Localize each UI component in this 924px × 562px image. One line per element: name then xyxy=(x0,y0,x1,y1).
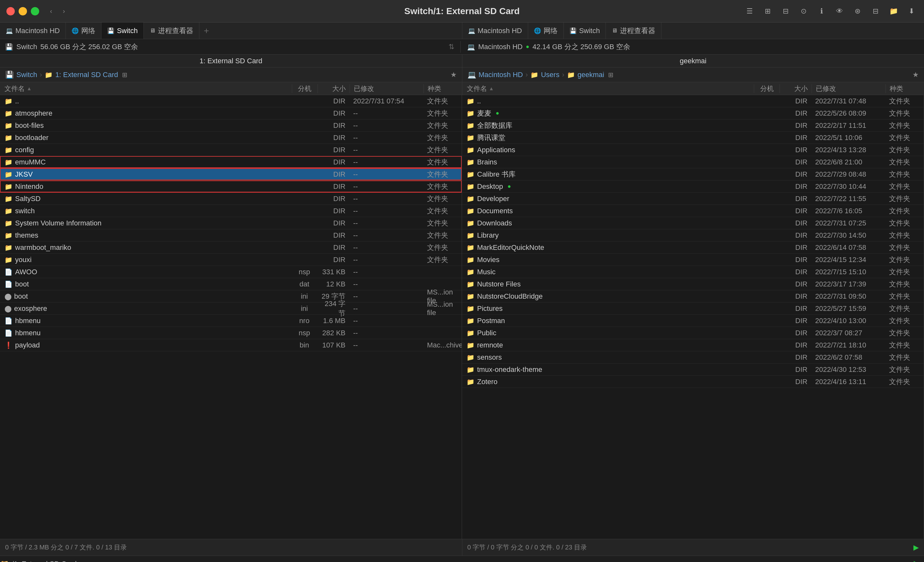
table-row[interactable]: 📁 NutstoreCloudBridge DIR 2022/7/31 09:5… xyxy=(462,290,924,302)
table-row[interactable]: 📁 atmosphere DIR -- 文件夹 xyxy=(0,107,462,119)
table-row[interactable]: 📁 Postman DIR 2022/4/10 13:00 文件夹 xyxy=(462,315,924,327)
table-row[interactable]: ⬤ exosphere ini 234 字节 -- MS...ion file xyxy=(0,302,462,315)
film-icon[interactable]: ⊛ xyxy=(852,5,864,17)
add-tab-left[interactable]: + xyxy=(200,23,213,39)
table-row[interactable]: 📄 AWOO nsp 331 KB -- xyxy=(0,266,462,278)
file-type: 文件夹 xyxy=(423,170,462,179)
col-ext-right[interactable]: 分机 xyxy=(754,84,780,93)
sync-button[interactable]: ⇅ xyxy=(446,41,457,53)
right-path-grid[interactable]: ⊞ xyxy=(608,71,614,79)
file-type: 文件夹 xyxy=(885,194,924,204)
table-row[interactable]: 📁 boot-files DIR -- 文件夹 xyxy=(0,119,462,132)
columns-view-icon[interactable]: ⊞ xyxy=(762,5,774,17)
table-row[interactable]: 📁 Documents DIR 2022/7/6 16:05 文件夹 xyxy=(462,205,924,217)
file-name: 📁 .. xyxy=(0,97,291,105)
table-row[interactable]: 📁 switch DIR -- 文件夹 xyxy=(0,205,462,217)
table-row[interactable]: 📁 Brains DIR 2022/6/8 21:00 文件夹 xyxy=(462,156,924,168)
table-row[interactable]: 📁 emuMMC DIR -- 文件夹 xyxy=(0,156,462,168)
table-row[interactable]: 📁 全部数据库 DIR 2022/2/17 11:51 文件夹 xyxy=(462,119,924,132)
table-row[interactable]: 📁 youxi DIR -- 文件夹 xyxy=(0,254,462,266)
close-button[interactable] xyxy=(6,7,15,15)
table-row[interactable]: 📁 tmux-onedark-theme DIR 2022/4/30 12:53… xyxy=(462,364,924,376)
table-row[interactable]: 📁 Music DIR 2022/7/15 15:10 文件夹 xyxy=(462,266,924,278)
col-name-right[interactable]: 文件名 ▲ xyxy=(462,84,754,93)
table-row[interactable]: 📁 腾讯课堂 DIR 2022/5/1 10:06 文件夹 xyxy=(462,132,924,144)
table-row[interactable]: 📁 Nintendo DIR -- 文件夹 xyxy=(0,180,462,193)
toggle-icon[interactable]: ⊙ xyxy=(798,5,810,17)
col-type-right[interactable]: 种类 xyxy=(885,84,924,93)
download-icon[interactable]: ⬇ xyxy=(905,5,918,17)
forward-button[interactable]: › xyxy=(58,6,69,17)
table-row[interactable]: 📁 bootloader DIR -- 文件夹 xyxy=(0,132,462,144)
grid-view-icon[interactable]: ⊟ xyxy=(780,5,792,17)
tab-left-process[interactable]: 🖥 进程查看器 xyxy=(144,23,200,39)
right-path-star[interactable]: ★ xyxy=(912,71,919,79)
back-button[interactable]: ‹ xyxy=(46,6,57,17)
table-row[interactable]: 📁 Calibre 书库 DIR 2022/7/29 08:48 文件夹 xyxy=(462,168,924,180)
table-row[interactable]: 📁 Developer DIR 2022/7/22 11:55 文件夹 xyxy=(462,193,924,205)
table-row[interactable]: 📁 warmboot_mariko DIR -- 文件夹 xyxy=(0,242,462,254)
table-row[interactable]: 📁 JKSV DIR -- 文件夹 xyxy=(0,168,462,180)
table-row[interactable]: 📁 SaltySD DIR -- 文件夹 xyxy=(0,193,462,205)
minimize-button[interactable] xyxy=(19,7,27,15)
file-size: DIR xyxy=(317,109,349,117)
tab-bar: 💻 Macintosh HD 🌐 网络 💾 Switch 🖥 进程查看器 + 💻… xyxy=(0,23,924,39)
table-row[interactable]: 📁 Library DIR 2022/7/30 14:50 文件夹 xyxy=(462,229,924,242)
file-name: 📄 AWOO xyxy=(0,268,291,276)
col-ext-left[interactable]: 分机 xyxy=(292,84,318,93)
tab-left-macintosh-hd[interactable]: 💻 Macintosh HD xyxy=(0,23,66,39)
file-size: 107 KB xyxy=(317,341,349,349)
table-row[interactable]: 📁 麦麦 ● DIR 2022/5/26 08:09 文件夹 xyxy=(462,107,924,119)
table-row[interactable]: 📄 hbmenu nro 1.6 MB -- xyxy=(0,315,462,327)
col-date-left[interactable]: 已修改 xyxy=(350,84,423,93)
tab-right-switch[interactable]: 💾 Switch xyxy=(564,23,606,39)
tab-right-network[interactable]: 🌐 网络 xyxy=(528,23,564,39)
col-type-left[interactable]: 种类 xyxy=(423,84,462,93)
table-row[interactable]: 📁 config DIR -- 文件夹 xyxy=(0,144,462,156)
table-row[interactable]: ❗ payload bin 107 KB -- Mac...chive xyxy=(0,339,462,351)
tab-right-macintosh-hd[interactable]: 💻 Macintosh HD xyxy=(462,23,528,39)
table-row[interactable]: 📁 System Volume Information DIR -- 文件夹 xyxy=(0,217,462,229)
folder-icon[interactable]: 📁 xyxy=(887,5,900,17)
table-row[interactable]: 📁 Nutstore Files DIR 2022/3/17 17:39 文件夹 xyxy=(462,278,924,290)
left-path-grid[interactable]: ⊞ xyxy=(122,71,128,79)
green-arrow-icon: ▶ xyxy=(914,559,921,562)
table-row[interactable]: 📁 sensors DIR 2022/6/2 07:58 文件夹 xyxy=(462,351,924,364)
table-row[interactable]: 📁 Applications DIR 2022/4/13 13:28 文件夹 xyxy=(462,144,924,156)
table-row[interactable]: ⬤ boot ini 29 字节 -- MS...ion file xyxy=(0,290,462,302)
file-type: 文件夹 xyxy=(885,340,924,350)
preview-icon[interactable]: 👁 xyxy=(834,5,846,17)
table-row[interactable]: 📁 Zotero DIR 2022/4/16 13:11 文件夹 xyxy=(462,376,924,388)
macintosh-hd-icon-r: 💻 xyxy=(468,27,475,35)
col-size-right[interactable]: 大小 xyxy=(780,84,812,93)
col-size-left[interactable]: 大小 xyxy=(318,84,350,93)
table-row[interactable]: 📁 Downloads DIR 2022/7/31 07:25 文件夹 xyxy=(462,217,924,229)
table-row[interactable]: 📁 .. DIR 2022/7/31 07:48 文件夹 xyxy=(462,95,924,107)
file-size: DIR xyxy=(779,207,811,215)
table-row[interactable]: 📁 Desktop ● DIR 2022/7/30 10:44 文件夹 xyxy=(462,180,924,193)
list-view-icon[interactable]: ☰ xyxy=(744,5,756,17)
file-size: DIR xyxy=(779,231,811,240)
table-row[interactable]: 📁 MarkEditorQuickNote DIR 2022/6/14 07:5… xyxy=(462,242,924,254)
left-path-star[interactable]: ★ xyxy=(450,71,457,79)
table-row[interactable]: 📁 remnote DIR 2022/7/21 18:10 文件夹 xyxy=(462,339,924,351)
table-row[interactable]: 📁 .. DIR 2022/7/31 07:54 文件夹 xyxy=(0,95,462,107)
maximize-button[interactable] xyxy=(31,7,39,15)
sidebar-icon[interactable]: ⊟ xyxy=(869,5,882,17)
table-row[interactable]: 📁 themes DIR -- 文件夹 xyxy=(0,229,462,242)
table-row[interactable]: 📁 Public DIR 2022/3/7 08:27 文件夹 xyxy=(462,327,924,339)
file-name: 📁 Music xyxy=(462,268,753,276)
file-type: 文件夹 xyxy=(423,182,462,191)
info-icon[interactable]: ℹ xyxy=(816,5,828,17)
table-row[interactable]: 📄 hbmenu nsp 282 KB -- xyxy=(0,327,462,339)
table-row[interactable]: 📁 Movies DIR 2022/4/15 12:34 文件夹 xyxy=(462,254,924,266)
col-name-left[interactable]: 文件名 ▲ xyxy=(0,84,292,93)
table-row[interactable]: 📁 Pictures DIR 2022/5/27 15:59 文件夹 xyxy=(462,302,924,315)
nav-arrows: ‹ › xyxy=(46,6,69,17)
tab-left-switch[interactable]: 💾 Switch xyxy=(102,23,144,39)
file-size: DIR xyxy=(317,97,349,105)
tab-right-process[interactable]: 🖥 进程查看器 xyxy=(606,23,662,39)
table-row[interactable]: 📄 boot dat 12 KB -- xyxy=(0,278,462,290)
tab-left-network[interactable]: 🌐 网络 xyxy=(66,23,102,39)
col-date-right[interactable]: 已修改 xyxy=(812,84,885,93)
